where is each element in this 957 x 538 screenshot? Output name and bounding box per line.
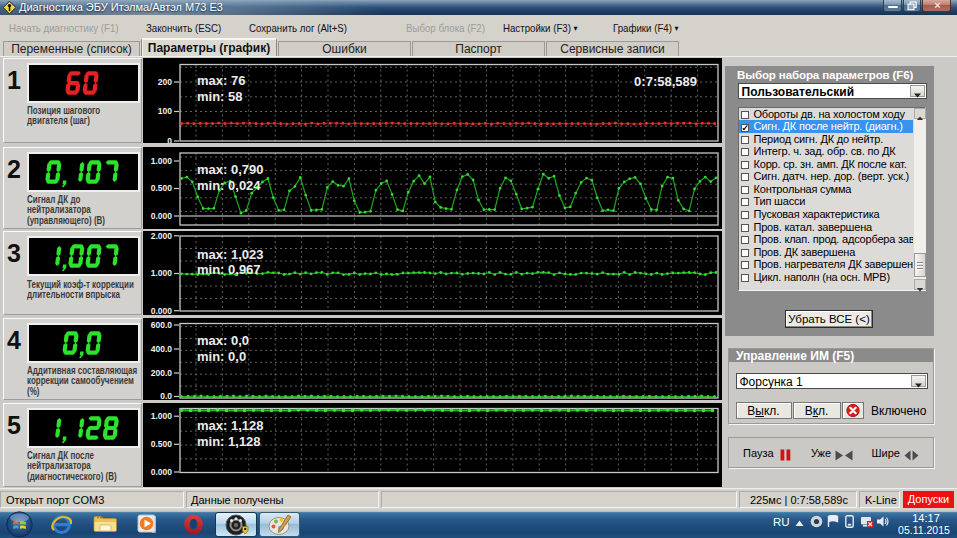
svg-text:400.0: 400.0 xyxy=(151,343,173,353)
svg-text:0: 0 xyxy=(167,135,172,142)
svg-text:0.500: 0.500 xyxy=(151,439,173,449)
svg-text:2.000: 2.000 xyxy=(151,231,173,241)
svg-text:0.500: 0.500 xyxy=(151,183,173,193)
svg-text:0.000: 0.000 xyxy=(151,466,173,476)
svg-text:0.000: 0.000 xyxy=(151,306,173,316)
svg-text:600.0: 600.0 xyxy=(151,319,173,329)
svg-text:1.000: 1.000 xyxy=(151,411,173,421)
svg-text:1.000: 1.000 xyxy=(151,155,173,165)
svg-text:200.0: 200.0 xyxy=(151,367,173,377)
svg-text:0.0: 0.0 xyxy=(160,391,172,400)
svg-text:0.000: 0.000 xyxy=(151,210,173,220)
svg-text:200: 200 xyxy=(158,76,172,86)
svg-text:1.000: 1.000 xyxy=(151,268,173,278)
svg-text:100: 100 xyxy=(158,106,172,116)
